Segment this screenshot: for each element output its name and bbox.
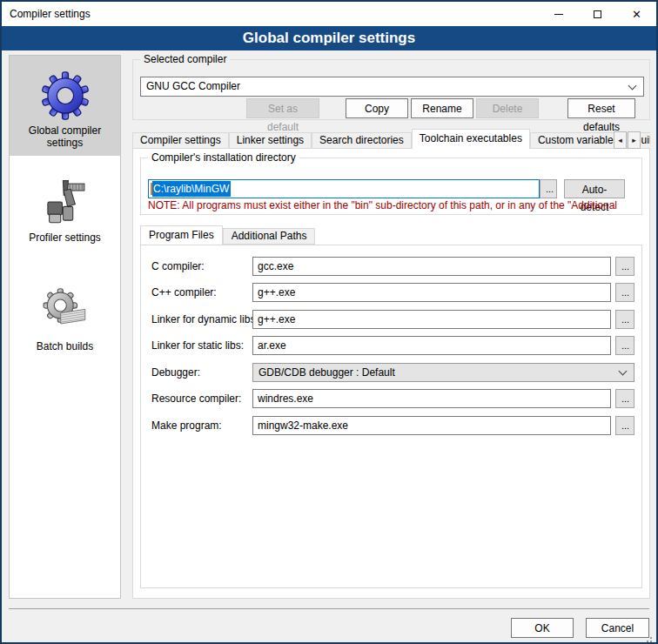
- field-row-c-compiler: C compiler: ...: [141, 257, 641, 276]
- sidebar-item-label: Profiler settings: [13, 231, 117, 244]
- sidebar-item-profiler-settings[interactable]: Profiler settings: [10, 163, 120, 251]
- subtab-program-files[interactable]: Program Files: [140, 225, 223, 245]
- install-dir-input[interactable]: C:\raylib\MinGW: [148, 179, 540, 198]
- sidebar-item-label: Global compiler settings: [13, 124, 117, 149]
- static-linker-label: Linker for static libs:: [151, 336, 244, 355]
- installation-directory-legend: Compiler's installation directory: [148, 151, 299, 164]
- delete-button: Delete: [476, 98, 539, 118]
- tab-search-directories[interactable]: Search directories: [312, 132, 412, 149]
- program-tabs: Program Files Additional Paths: [140, 225, 642, 245]
- subtab-additional-paths[interactable]: Additional Paths: [223, 228, 316, 245]
- program-files-page: C compiler: ... C++ compiler: ... Linker…: [140, 245, 642, 588]
- profiler-caliper-icon: [41, 178, 90, 227]
- minimize-button[interactable]: [539, 2, 578, 26]
- browse-button[interactable]: ...: [615, 283, 634, 302]
- sidebar-item-global-compiler-settings[interactable]: Global compiler settings: [10, 56, 120, 156]
- chevron-down-icon: [619, 367, 628, 376]
- make-program-label: Make program:: [151, 416, 222, 435]
- maximize-button[interactable]: [578, 2, 617, 26]
- browse-button[interactable]: ...: [615, 310, 634, 329]
- tab-scroll-right-button[interactable]: ▸: [628, 131, 641, 149]
- chevron-down-icon: [628, 82, 637, 91]
- set-as-default-button: Set as default: [246, 98, 319, 118]
- blue-gear-icon: [41, 71, 90, 120]
- field-row-make-program: Make program: ...: [141, 416, 641, 435]
- compiler-select[interactable]: GNU GCC Compiler: [140, 77, 644, 97]
- rename-button[interactable]: Rename: [411, 98, 473, 118]
- close-button[interactable]: ✕: [617, 2, 656, 26]
- ok-button[interactable]: OK: [511, 618, 574, 638]
- browse-button[interactable]: ...: [615, 416, 634, 435]
- c-compiler-input[interactable]: [252, 257, 611, 276]
- static-linker-input[interactable]: [252, 336, 611, 355]
- field-row-resource-compiler: Resource compiler: ...: [141, 389, 641, 408]
- resource-compiler-label: Resource compiler:: [151, 389, 241, 408]
- debugger-select[interactable]: GDB/CDB debugger : Default: [252, 363, 634, 382]
- resource-compiler-input[interactable]: [252, 389, 611, 408]
- cpp-compiler-input[interactable]: [252, 283, 611, 302]
- compiler-settings-dialog: Compiler settings ✕ Global compiler sett…: [0, 0, 658, 644]
- page-title: Global compiler settings: [2, 26, 656, 50]
- settings-sidebar: Global compiler settings Profiler settin…: [9, 55, 121, 599]
- dynamic-linker-input[interactable]: [252, 310, 611, 329]
- installation-directory-group: Compiler's installation directory C:\ray…: [140, 158, 642, 215]
- field-row-debugger: Debugger: GDB/CDB debugger : Default: [141, 363, 641, 382]
- titlebar: Compiler settings ✕: [2, 2, 656, 26]
- browse-button[interactable]: ...: [615, 336, 634, 355]
- field-row-cpp-compiler: C++ compiler: ...: [141, 283, 641, 302]
- sidebar-item-label: Batch builds: [13, 340, 117, 352]
- tab-linker-settings[interactable]: Linker settings: [229, 132, 312, 149]
- copy-button[interactable]: Copy: [346, 98, 408, 118]
- browse-button[interactable]: ...: [615, 257, 634, 276]
- caption-buttons: ✕: [539, 2, 656, 26]
- field-row-static-linker: Linker for static libs: ...: [141, 336, 641, 355]
- compiler-tabs: Compiler settings Linker settings Search…: [132, 129, 650, 149]
- browse-install-dir-button[interactable]: ...: [540, 179, 557, 198]
- cancel-button[interactable]: Cancel: [586, 618, 649, 638]
- compiler-select-value: GNU GCC Compiler: [146, 80, 240, 92]
- resize-grip[interactable]: [650, 637, 652, 639]
- c-compiler-label: C compiler:: [151, 257, 205, 276]
- selected-compiler-legend: Selected compiler: [140, 53, 230, 65]
- tab-compiler-settings[interactable]: Compiler settings: [132, 132, 229, 149]
- batch-builds-icon: [41, 287, 90, 336]
- browse-button[interactable]: ...: [615, 389, 634, 408]
- field-row-dynamic-linker: Linker for dynamic libs: ...: [141, 310, 641, 329]
- dynamic-linker-label: Linker for dynamic libs:: [151, 310, 258, 329]
- install-dir-note: NOTE: All programs must exist either in …: [148, 199, 635, 211]
- debugger-label: Debugger:: [151, 363, 200, 382]
- install-dir-value: C:\raylib\MinGW: [152, 181, 231, 197]
- footer-divider: [9, 608, 649, 609]
- debugger-select-value: GDB/CDB debugger : Default: [258, 366, 395, 379]
- window-title: Compiler settings: [2, 8, 91, 20]
- tab-scroll-left-button[interactable]: ◂: [614, 131, 627, 149]
- auto-detect-button[interactable]: Auto-detect: [564, 179, 625, 198]
- toolchain-executables-page: Compiler's installation directory C:\ray…: [132, 148, 650, 599]
- tab-custom-variables[interactable]: Custom variables: [530, 132, 627, 149]
- reset-defaults-button[interactable]: Reset defaults: [567, 98, 635, 118]
- maximize-icon: [594, 10, 601, 18]
- make-program-input[interactable]: [252, 416, 611, 435]
- minimize-icon: [554, 14, 563, 15]
- tab-toolchain-executables[interactable]: Toolchain executables: [412, 129, 530, 149]
- sidebar-item-batch-builds[interactable]: Batch builds: [10, 272, 120, 359]
- close-icon: ✕: [632, 9, 641, 20]
- cpp-compiler-label: C++ compiler:: [151, 283, 217, 302]
